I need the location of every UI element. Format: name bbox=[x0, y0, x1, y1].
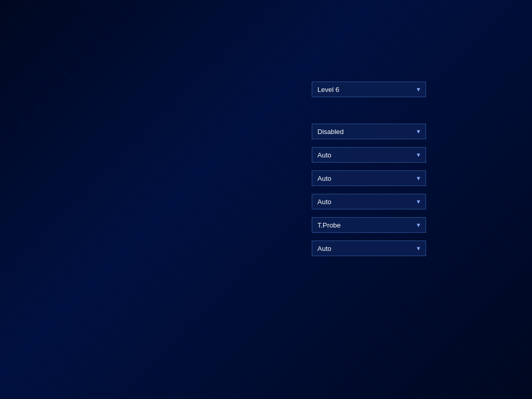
dropdown-btn-cpu-current-cap[interactable]: Auto ▼ bbox=[312, 147, 426, 163]
chevron-down-icon-4: ▼ bbox=[416, 175, 421, 181]
dropdown-synch-acdc[interactable]: Disabled ▼ bbox=[312, 124, 426, 139]
dropdown-value-power-duty: T.Probe bbox=[317, 221, 341, 229]
dropdown-btn-power-phase[interactable]: Auto ▼ bbox=[312, 241, 426, 256]
chevron-down-icon-6: ▼ bbox=[416, 222, 421, 228]
dropdown-btn-power-duty[interactable]: T.Probe ▼ bbox=[312, 217, 426, 233]
dropdown-value-cpu-loadline: Level 6 bbox=[317, 86, 339, 94]
dropdown-vrm-spread[interactable]: Auto ▼ bbox=[312, 194, 426, 209]
dropdown-btn-vrm-spread[interactable]: Auto ▼ bbox=[312, 194, 426, 209]
chevron-down-icon-5: ▼ bbox=[416, 198, 421, 205]
chevron-down-icon: ▼ bbox=[416, 86, 421, 92]
dropdown-value-vrm-freq: Auto bbox=[317, 175, 331, 182]
dropdown-cpu-loadline[interactable]: Level 6 ▼ bbox=[312, 82, 426, 97]
dropdown-cpu-current-cap[interactable]: Auto ▼ bbox=[312, 147, 426, 163]
dropdown-btn-cpu-loadline[interactable]: Level 6 ▼ bbox=[312, 82, 426, 97]
dropdown-value-cpu-current-cap: Auto bbox=[317, 151, 331, 159]
dropdown-power-duty[interactable]: T.Probe ▼ bbox=[312, 217, 426, 233]
dropdown-power-phase[interactable]: Auto ▼ bbox=[312, 241, 426, 256]
chevron-down-icon-7: ▼ bbox=[416, 245, 421, 251]
dropdown-value-vrm-spread: Auto bbox=[317, 198, 331, 206]
dropdown-value-power-phase: Auto bbox=[317, 245, 331, 252]
dropdown-value-synch-acdc: Disabled bbox=[317, 128, 344, 136]
chevron-down-icon-2: ▼ bbox=[416, 128, 421, 135]
dropdown-vrm-freq[interactable]: Auto ▼ bbox=[312, 170, 426, 186]
dropdown-btn-synch-acdc[interactable]: Disabled ▼ bbox=[312, 124, 426, 139]
chevron-down-icon-3: ▼ bbox=[416, 152, 421, 158]
dropdown-btn-vrm-freq[interactable]: Auto ▼ bbox=[312, 170, 426, 186]
